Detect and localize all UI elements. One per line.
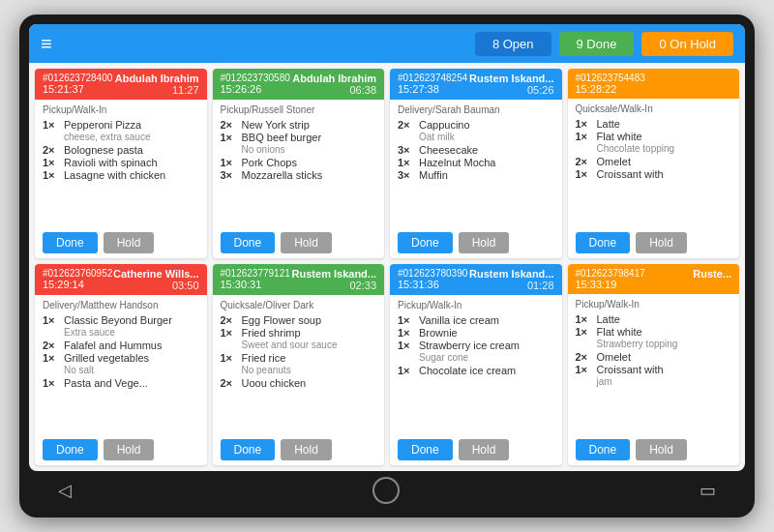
list-item: 1×Croissant with <box>576 168 732 180</box>
item-qty: 2× <box>398 119 419 131</box>
item-name: Fried shrimp <box>242 327 301 339</box>
item-name: Classic Beyond Burger <box>64 314 172 326</box>
list-item: 2×New York strip <box>221 119 377 131</box>
list-item: 3×Mozzarella sticks <box>221 169 377 181</box>
item-qty: 1× <box>43 119 64 131</box>
list-item: 1×Fried shrimp <box>221 327 377 339</box>
card-header: #01262377912115:30:31Rustem Iskand...02:… <box>213 264 385 295</box>
hold-button[interactable]: Hold <box>281 439 332 460</box>
item-qty: 1× <box>576 168 597 180</box>
done-button[interactable]: Done <box>576 232 631 253</box>
hold-button[interactable]: Hold <box>104 439 155 460</box>
item-qty: 2× <box>221 314 242 326</box>
order-card: #01262372840015:21:37Abdulah Ibrahim11:2… <box>35 69 207 258</box>
done-button[interactable]: Done <box>221 232 276 253</box>
recent-icon[interactable]: ▭ <box>700 480 716 501</box>
item-name: Uoou chicken <box>242 377 307 389</box>
order-card: #01262377912115:30:31Rustem Iskand...02:… <box>213 264 385 466</box>
item-note: Oat milk <box>398 132 554 142</box>
done-button[interactable]: Done <box>43 439 98 460</box>
list-item: 1×Croissant with <box>576 364 732 375</box>
list-item: 3×Muffin <box>398 169 554 181</box>
item-name: Flat white <box>597 326 642 338</box>
order-time: 15:26:26 <box>221 83 290 95</box>
done-button[interactable]: Done <box>576 439 631 460</box>
order-customer: Catherine Wills... <box>113 268 199 280</box>
list-item: 1×Fried rice <box>221 352 377 364</box>
card-body: Pickup/Walk-In1×Pepperoni Pizzacheese, e… <box>35 100 207 227</box>
order-duration: 11:27 <box>115 84 199 96</box>
done-button[interactable]: Done <box>221 439 276 460</box>
item-qty: 2× <box>576 156 597 167</box>
order-duration: 03:50 <box>113 280 199 291</box>
card-body: Pickup/Walk-In1×Vanilla ice cream1×Brown… <box>390 295 562 435</box>
card-footer: DoneHold <box>213 227 385 258</box>
back-icon[interactable]: ◁ <box>58 480 72 501</box>
item-name: Croissant with <box>597 364 664 375</box>
item-name: Omelet <box>597 351 631 363</box>
order-customer: Rustem Iskand... <box>469 268 553 280</box>
hold-button[interactable]: Hold <box>104 232 155 253</box>
list-item: 1×Hazelnut Mocha <box>398 157 554 168</box>
list-item: 2×Omelet <box>576 351 732 363</box>
item-name: BBQ beef burger <box>242 132 322 143</box>
item-qty: 1× <box>221 352 242 364</box>
list-item: 1×Classic Beyond Burger <box>43 314 199 326</box>
order-card: #01262379841715:33:19Ruste...Pickup/Walk… <box>568 264 740 466</box>
item-note: jam <box>576 376 732 387</box>
order-time: 15:21:37 <box>43 83 112 95</box>
hold-button[interactable]: Hold <box>459 232 510 253</box>
item-qty: 1× <box>43 377 64 389</box>
tab-done[interactable]: 9 Done <box>559 32 635 56</box>
item-qty: 1× <box>398 157 419 168</box>
item-qty: 1× <box>43 169 64 181</box>
list-item: 2×Falafel and Hummus <box>43 340 199 351</box>
item-qty: 3× <box>221 169 242 181</box>
done-button[interactable]: Done <box>43 232 98 253</box>
card-header: #01262375448315:28:22 <box>568 69 740 99</box>
list-item: 3×Cheesecake <box>398 144 554 156</box>
list-item: 1×Flat white <box>576 326 732 338</box>
tab-open[interactable]: 8 Open <box>475 32 551 56</box>
item-name: Pasta and Vege... <box>64 377 148 389</box>
order-id: #012623780390 <box>398 268 467 279</box>
done-button[interactable]: Done <box>398 232 453 253</box>
list-item: 1×Pepperoni Pizza <box>43 119 199 131</box>
hold-button[interactable]: Hold <box>281 232 332 253</box>
list-item: 1×Pasta and Vege... <box>43 377 199 389</box>
card-header: #01262378039015:31:36Rustem Iskand...01:… <box>390 264 562 295</box>
list-item: 2×Omelet <box>576 156 732 167</box>
card-body: Delivery/Sarah Bauman2×CappucinoOat milk… <box>390 100 562 227</box>
item-name: Cheesecake <box>419 144 478 156</box>
tab-hold[interactable]: 0 On Hold <box>641 32 733 56</box>
item-name: Muffin <box>419 169 448 181</box>
card-footer: DoneHold <box>35 227 207 258</box>
item-name: Pork Chops <box>242 157 297 168</box>
item-name: Brownie <box>419 327 458 339</box>
item-name: Grilled vegetables <box>64 352 149 364</box>
item-qty: 1× <box>576 326 597 338</box>
card-header: #01262372840015:21:37Abdulah Ibrahim11:2… <box>35 69 207 100</box>
order-type: Delivery/Matthew Handson <box>43 300 199 310</box>
item-name: Mozzarella sticks <box>242 169 323 181</box>
order-customer: Rustem Iskand... <box>469 73 553 84</box>
card-header: #01262374825415:27:38Rustem Iskand...05:… <box>390 69 562 100</box>
order-customer: Abdulah Ibrahim <box>115 73 199 84</box>
order-duration: 01:28 <box>469 280 553 291</box>
menu-icon[interactable]: ≡ <box>41 33 52 55</box>
home-button[interactable] <box>372 477 400 504</box>
hold-button[interactable]: Hold <box>636 232 687 253</box>
order-id: #012623798417 <box>576 268 645 279</box>
hold-button[interactable]: Hold <box>459 439 510 460</box>
item-name: Pepperoni Pizza <box>64 119 141 131</box>
item-name: Latte <box>597 118 620 130</box>
hold-button[interactable]: Hold <box>636 439 687 460</box>
item-qty: 3× <box>398 169 419 181</box>
order-card: #01262373058015:26:26Abdulah Ibrahim06:3… <box>213 69 385 258</box>
done-button[interactable]: Done <box>398 439 453 460</box>
card-footer: DoneHold <box>568 227 740 258</box>
order-duration: 02:33 <box>292 280 376 291</box>
item-qty: 1× <box>221 157 242 168</box>
order-type: Pickup/Walk-In <box>576 299 732 310</box>
list-item: 1×Vanilla ice cream <box>398 314 554 326</box>
